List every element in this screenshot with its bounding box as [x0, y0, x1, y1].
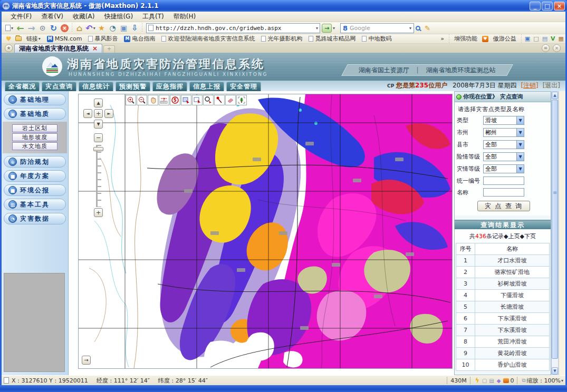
- nav-tab-disaster-query[interactable]: 灾点查询: [42, 82, 76, 91]
- menu-tools[interactable]: 工具(T): [138, 12, 169, 22]
- link-welcome-system[interactable]: 欢迎登陆湖南省地质灾害信息系统: [161, 35, 255, 43]
- scroll-thumb[interactable]: [552, 100, 558, 359]
- logout-link[interactable]: [注销]: [521, 82, 538, 89]
- nav-tab-overview[interactable]: 全省概况: [5, 82, 40, 91]
- sidebar-item-base-geography[interactable]: » 基础地理: [4, 94, 66, 105]
- link-radio-guide[interactable]: M电台指南: [124, 35, 155, 43]
- notes-icon[interactable]: ▤: [542, 35, 547, 42]
- submenu-hydrogeology[interactable]: 水文地质: [12, 142, 57, 150]
- tab-active[interactable]: 湖南省地质灾害信息系统 ×: [14, 44, 102, 53]
- menu-view[interactable]: 查看(V): [36, 12, 68, 22]
- city-select[interactable]: 郴州▼: [483, 128, 524, 137]
- search-input[interactable]: Google: [350, 25, 409, 32]
- pan-tool[interactable]: [148, 95, 158, 105]
- close-button[interactable]: ×: [554, 2, 565, 11]
- sidebar-item-annual-plan[interactable]: ■ 年度方案: [4, 170, 66, 182]
- next-page-link[interactable]: ◆下页: [520, 233, 536, 240]
- address-bar[interactable]: http://dzzh.hndh.gov.cn/gridweb.aspx ▾: [146, 23, 320, 33]
- sidebar-item-basic-tools[interactable]: ▥ 基本工具: [4, 199, 66, 210]
- sidebar-item-base-geology[interactable]: ▣ 基础地质: [4, 108, 66, 120]
- clear-selection-tool[interactable]: S: [170, 95, 180, 105]
- search-engine-dropdown-icon[interactable]: ▾: [409, 26, 411, 31]
- submenu-terrain-slope[interactable]: 地形坡度: [12, 133, 57, 141]
- minimize-button[interactable]: _: [530, 2, 541, 11]
- boost-lightning-icon[interactable]: ϟ: [475, 377, 479, 384]
- go-button[interactable]: →: [322, 24, 332, 33]
- table-row[interactable]: 1才口水滑坡: [456, 255, 550, 267]
- prev-page-link[interactable]: ◆上页: [504, 233, 520, 240]
- refresh-button[interactable]: ↻: [49, 23, 59, 33]
- plugin-diamond-icon[interactable]: ◆: [497, 378, 501, 384]
- map-canvas[interactable]: ? S ▲ ◄ + ► ▼ −: [78, 94, 453, 369]
- nav-tab-info-report[interactable]: 信息上报: [189, 82, 224, 91]
- tab-list-star-button[interactable]: ★: [5, 44, 13, 52]
- pan-right-button[interactable]: ►: [104, 109, 113, 118]
- sidebar-item-disaster-data[interactable]: ◔ 灾害数据: [4, 213, 66, 224]
- enhance-features-button[interactable]: 增强功能: [454, 35, 477, 43]
- highlight-pencil-button[interactable]: ✎: [422, 23, 433, 33]
- frames-button[interactable]: ▣: [119, 23, 129, 33]
- query-submit-button[interactable]: 灾 点 查 询: [477, 201, 530, 211]
- submenu-rock-soil-zoning[interactable]: 岩土区划: [12, 124, 57, 132]
- maxthon-charity-link[interactable]: 傲游公益: [493, 35, 516, 43]
- new-page-button[interactable]: ▾: [4, 23, 14, 33]
- undo-button[interactable]: ↶▾: [85, 23, 95, 33]
- scroll-up-button[interactable]: ▲: [552, 92, 558, 99]
- link-zhongdi-digital[interactable]: 中地数码: [362, 35, 391, 43]
- go-dropdown-icon[interactable]: ▾: [333, 26, 335, 31]
- mark-point-tool[interactable]: [214, 95, 225, 105]
- pan-left-button[interactable]: ◄: [83, 109, 92, 118]
- tab-close-all-button[interactable]: ×: [553, 44, 561, 52]
- recent-pages-dropdown[interactable]: ⊙: [37, 23, 47, 33]
- zoom-out-step-button[interactable]: −: [94, 133, 103, 142]
- table-row[interactable]: 6下东溪滑坡: [456, 313, 550, 325]
- full-extent-tool[interactable]: [236, 95, 247, 105]
- address-url[interactable]: http://dzzh.hndh.gov.cn/gridweb.aspx: [156, 25, 315, 32]
- panel-scrollbar[interactable]: ▲ ▼: [551, 91, 559, 375]
- table-row[interactable]: 3衫树坡滑坡: [456, 278, 550, 290]
- eraser-tool[interactable]: [225, 95, 236, 105]
- sidebar-item-environment-bulletin[interactable]: ■ 环境公报: [4, 184, 66, 196]
- address-dropdown-icon[interactable]: ▾: [316, 26, 318, 31]
- station-link[interactable]: 湖南省地质环境监测总站: [426, 66, 496, 74]
- table-row[interactable]: 10香炉山滑坡: [456, 359, 550, 371]
- zoom-dropdown-icon[interactable]: ▾: [561, 378, 563, 383]
- menu-favorites[interactable]: 收藏(A): [68, 12, 100, 22]
- table-row[interactable]: 2骆家恒矿滑地: [456, 267, 550, 278]
- screen-capture-icon[interactable]: [503, 378, 509, 383]
- search-box[interactable]: 8 Google ▾: [340, 23, 414, 33]
- select-rectangle-tool[interactable]: [181, 95, 191, 105]
- link-city-boutique[interactable]: 觅路城市精品网: [309, 35, 355, 43]
- folder-icon[interactable]: ▤: [489, 378, 494, 384]
- new-tab-button[interactable]: +: [103, 45, 115, 53]
- zoom-window-tool[interactable]: [203, 95, 214, 105]
- nav-tab-statistics[interactable]: 信息统计: [79, 82, 113, 91]
- pan-down-button[interactable]: ▼: [94, 120, 103, 129]
- table-row[interactable]: 5长塘滑坡: [456, 301, 550, 313]
- tab-close-icon[interactable]: ×: [92, 45, 98, 52]
- menu-groups[interactable]: 快捷组(G): [99, 12, 138, 22]
- link-storm-player[interactable]: 暴风影音: [88, 35, 118, 43]
- maximize-button[interactable]: □: [542, 2, 553, 11]
- home-button[interactable]: ⌂: [74, 23, 84, 33]
- favorites-heart-icon[interactable]: ♥: [6, 35, 12, 43]
- table-row[interactable]: 9黄花岭滑坡: [456, 348, 550, 359]
- skin-icon[interactable]: V: [551, 35, 555, 42]
- search-icon[interactable]: [416, 26, 420, 31]
- links-label[interactable]: 链接▾: [26, 35, 41, 43]
- resize-icon[interactable]: ⧉: [522, 377, 525, 384]
- nav-tab-forecast-warning[interactable]: 预测预警: [116, 82, 150, 91]
- table-row[interactable]: 8荒田冲滑坡: [456, 336, 550, 348]
- map-pan-east-button[interactable]: →: [82, 356, 91, 365]
- zoom-out-tool[interactable]: [137, 95, 147, 105]
- download-button[interactable]: ⇩: [130, 23, 140, 33]
- site-icon[interactable]: ▦: [559, 35, 564, 42]
- zoom-in-step-button[interactable]: +: [94, 208, 103, 217]
- window-layout-icon[interactable]: □: [533, 35, 539, 42]
- tab-options-button[interactable]: ≡: [542, 44, 550, 52]
- magic-fill-button[interactable]: ★: [97, 23, 107, 33]
- measure-distance-tool[interactable]: ?: [159, 95, 169, 105]
- zoom-slider-handle[interactable]: [93, 147, 103, 151]
- forward-button[interactable]: →: [26, 23, 36, 33]
- pan-up-button[interactable]: ▲: [94, 99, 103, 107]
